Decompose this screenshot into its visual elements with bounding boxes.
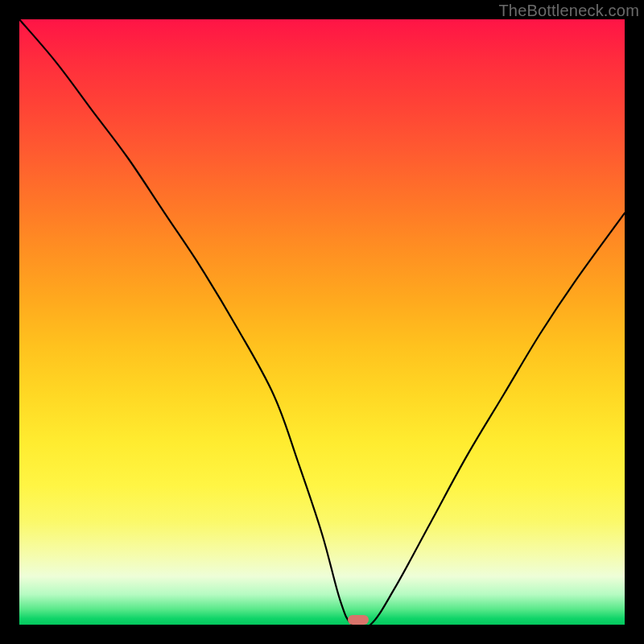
optimal-marker	[348, 615, 369, 625]
chart-frame: TheBottleneck.com	[0, 0, 644, 644]
watermark-text: TheBottleneck.com	[498, 2, 639, 20]
bottleneck-curve	[19, 19, 625, 625]
plot-area	[19, 19, 625, 625]
